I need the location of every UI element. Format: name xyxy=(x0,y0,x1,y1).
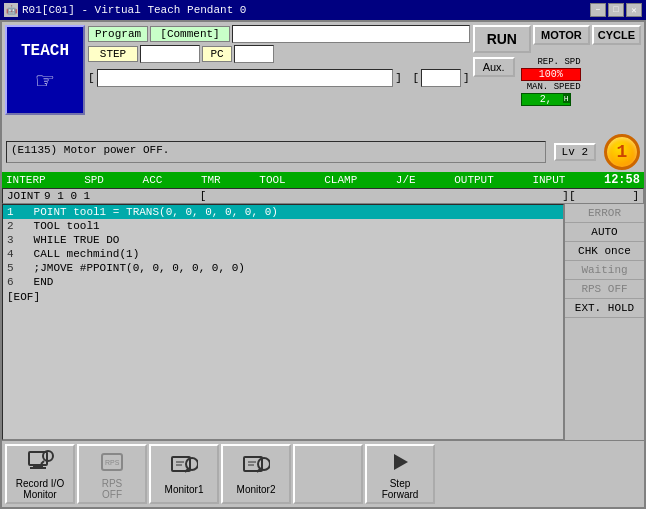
line-number: 5 xyxy=(7,262,27,274)
svg-marker-17 xyxy=(394,454,408,470)
step-forward-button[interactable]: StepForward xyxy=(365,444,435,504)
bottom-toolbar: Record I/OMonitor RPS RPSOFF Monitor1 xyxy=(2,440,644,507)
program-row: Program [Comment] xyxy=(88,25,470,43)
monitor1-label: Monitor1 xyxy=(165,484,204,495)
je-label: J/E xyxy=(396,174,416,186)
man-spd-label: MAN. SPEED xyxy=(521,82,581,92)
code-editor[interactable]: 1 POINT tool1 = TRANS(0, 0, 0, 0, 0, 0)2… xyxy=(2,204,564,440)
aux-speed-row: Aux. REP. SPD 100% MAN. SPEED 2, H xyxy=(473,57,641,106)
status-message: (E1135) Motor power OFF. xyxy=(6,141,546,163)
output-label: OUTPUT xyxy=(454,174,494,186)
monitor1-button[interactable]: Monitor1 xyxy=(149,444,219,504)
ext-hold-item[interactable]: EXT. HOLD xyxy=(565,299,644,318)
step-label: STEP xyxy=(88,46,138,62)
run-button[interactable]: RUN xyxy=(473,25,531,53)
tool-label: TOOL xyxy=(259,174,285,186)
maximize-button[interactable]: □ xyxy=(608,3,624,17)
svg-point-13 xyxy=(258,458,270,470)
svg-point-8 xyxy=(186,458,198,470)
status-row: (E1135) Motor power OFF. Lv 2 1 xyxy=(2,132,644,172)
line-number: 1 xyxy=(7,206,27,218)
svg-text:RPS: RPS xyxy=(105,459,120,466)
input-label: INPUT xyxy=(532,174,565,186)
eof-line: [EOF] xyxy=(3,289,563,305)
aux-button[interactable]: Aux. xyxy=(473,57,515,77)
rps-button[interactable]: RPS RPSOFF xyxy=(77,444,147,504)
teach-label: TEACH xyxy=(21,42,69,60)
pc-input[interactable] xyxy=(234,45,274,63)
bracket-input2[interactable] xyxy=(421,69,461,87)
speed-area: REP. SPD 100% MAN. SPEED 2, H xyxy=(521,57,581,106)
bracket-row: [ ] [ ] xyxy=(88,69,470,87)
program-input[interactable] xyxy=(232,25,470,43)
line-number: 3 xyxy=(7,234,27,246)
code-line[interactable]: 1 POINT tool1 = TRANS(0, 0, 0, 0, 0, 0) xyxy=(3,205,563,219)
svg-rect-1 xyxy=(33,465,43,467)
code-line[interactable]: 3 WHILE TRUE DO xyxy=(3,233,563,247)
program-label: Program xyxy=(88,26,148,42)
window-controls: – □ ✕ xyxy=(590,3,642,17)
step-forward-label: StepForward xyxy=(382,478,419,500)
svg-line-4 xyxy=(41,461,44,464)
code-line[interactable]: 5 ;JMOVE #PPOINT(0, 0, 0, 0, 0, 0) xyxy=(3,261,563,275)
monitor1-icon xyxy=(170,454,198,482)
program-input2[interactable] xyxy=(97,69,394,87)
code-text: POINT tool1 = TRANS(0, 0, 0, 0, 0, 0) xyxy=(34,206,278,218)
lv-badge[interactable]: Lv 2 xyxy=(554,143,596,161)
clamp-label: CLAMP xyxy=(324,174,357,186)
interp-label: INTERP xyxy=(6,174,46,186)
time-display: 12:58 xyxy=(604,173,640,187)
step-forward-icon xyxy=(386,448,414,476)
step-input[interactable] xyxy=(140,45,200,63)
rep-spd-bar: 100% xyxy=(521,68,581,81)
monitor-icon xyxy=(26,448,54,476)
close-button[interactable]: ✕ xyxy=(626,3,642,17)
monitor2-button[interactable]: Monitor2 xyxy=(221,444,291,504)
joint-values: 9 1 0 1 xyxy=(44,190,90,202)
code-line[interactable]: 4 CALL mechmind(1) xyxy=(3,247,563,261)
code-text: CALL mechmind(1) xyxy=(34,248,140,260)
empty-button xyxy=(293,444,363,504)
record-io-button[interactable]: Record I/OMonitor xyxy=(5,444,75,504)
window-title: R01[C01] - Virtual Teach Pendant 0 xyxy=(22,4,590,16)
chk-item[interactable]: CHK once xyxy=(565,242,644,261)
app-icon: 🤖 xyxy=(4,3,18,17)
line-number: 4 xyxy=(7,248,27,260)
code-line[interactable]: 6 END xyxy=(3,275,563,289)
waiting-item[interactable]: Waiting xyxy=(565,261,644,280)
auto-item[interactable]: AUTO xyxy=(565,223,644,242)
code-line[interactable]: 2 TOOL tool1 xyxy=(3,219,563,233)
monitor2-icon xyxy=(242,454,270,482)
cycle-button[interactable]: CYCLE xyxy=(592,25,641,45)
joint-circle: 1 xyxy=(604,134,640,170)
aux-area: Aux. xyxy=(473,57,515,77)
joint-row: JOINT 9 1 0 1 [ ][ ] xyxy=(2,188,644,204)
monitor2-label: Monitor2 xyxy=(237,484,276,495)
rps-off-item[interactable]: RPS OFF xyxy=(565,280,644,299)
right-panel: ERROR AUTO CHK once Waiting RPS OFF EXT.… xyxy=(564,204,644,440)
status-bar: INTERP SPD ACC TMR TOOL CLAMP J/E OUTPUT… xyxy=(2,172,644,188)
rps-off-label: RPSOFF xyxy=(102,478,123,500)
rps-icon: RPS xyxy=(98,448,126,476)
comment-label: [Comment] xyxy=(150,26,230,42)
tmr-label: TMR xyxy=(201,174,221,186)
line-number: 2 xyxy=(7,220,27,232)
title-bar: 🤖 R01[C01] - Virtual Teach Pendant 0 – □… xyxy=(0,0,646,20)
acc-label: ACC xyxy=(143,174,163,186)
run-motor-cycle-row: RUN MOTOR CYCLE xyxy=(473,25,641,53)
svg-rect-2 xyxy=(30,467,46,469)
error-item[interactable]: ERROR xyxy=(565,204,644,223)
pc-label: PC xyxy=(202,46,232,62)
man-spd-bar: 2, H xyxy=(521,93,571,106)
minimize-button[interactable]: – xyxy=(590,3,606,17)
right-buttons: RUN MOTOR CYCLE Aux. REP. SPD 100% MAN. … xyxy=(473,25,641,129)
teach-button[interactable]: TEACH ☞ xyxy=(5,25,85,115)
motor-button[interactable]: MOTOR xyxy=(533,25,590,45)
top-section: TEACH ☞ Program [Comment] STEP PC [ ] [ xyxy=(2,22,644,132)
main-container: TEACH ☞ Program [Comment] STEP PC [ ] [ xyxy=(0,20,646,509)
record-io-label: Record I/OMonitor xyxy=(16,478,64,500)
hand-icon: ☞ xyxy=(37,64,54,98)
code-section: 1 POINT tool1 = TRANS(0, 0, 0, 0, 0, 0)2… xyxy=(2,204,644,440)
code-text: ;JMOVE #PPOINT(0, 0, 0, 0, 0, 0) xyxy=(34,262,245,274)
step-pc-row: STEP PC xyxy=(88,45,470,63)
